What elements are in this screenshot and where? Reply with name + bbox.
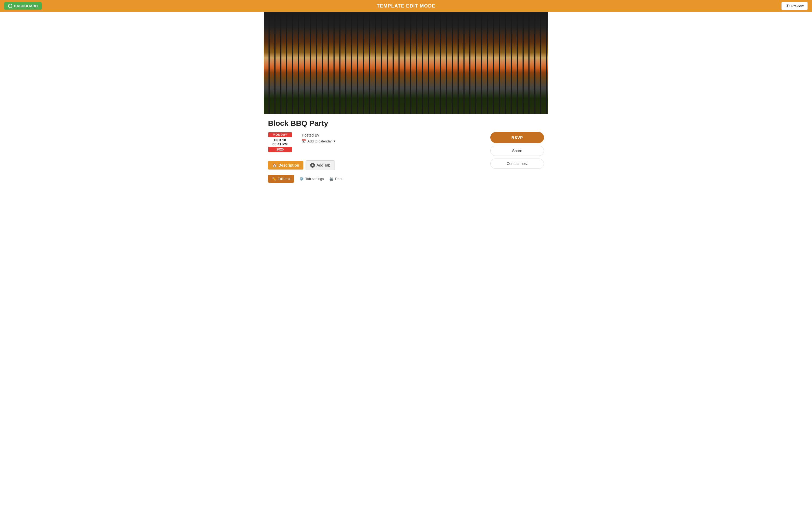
add-to-calendar-label: Add to calendar [307, 139, 332, 143]
rsvp-label: RSVP [512, 135, 523, 140]
event-day: MONDAY [268, 132, 292, 137]
tab-settings-label: Tab settings [305, 177, 324, 181]
pencil-icon: ✏️ [272, 177, 276, 181]
description-tab[interactable]: 🏠 Description [268, 161, 303, 170]
event-year: 2025 [268, 147, 292, 152]
calendar-icon: 📅 [302, 139, 306, 143]
add-to-calendar[interactable]: 📅 Add to calendar ▼ [302, 139, 336, 143]
event-title: Block BBQ Party [268, 119, 544, 128]
grill-graphic [264, 12, 548, 114]
contact-host-label: Contact host [507, 162, 528, 166]
dashboard-icon [8, 4, 12, 8]
dashboard-button[interactable]: DASHBOARD [4, 2, 42, 10]
rsvp-button[interactable]: RSVP [490, 132, 544, 143]
dropdown-chevron-icon: ▼ [333, 139, 336, 143]
plus-circle-icon: + [310, 163, 315, 168]
event-date: FEB 10 [274, 137, 286, 142]
event-right-panel: RSVP Share Contact host [490, 132, 544, 169]
edit-text-label: Edit text [277, 177, 290, 181]
preview-button[interactable]: Preview [781, 2, 808, 10]
date-badge: MONDAY FEB 10 05:41 PM 2025 [268, 132, 292, 152]
printer-icon: 🖨️ [329, 177, 334, 181]
eye-icon [785, 4, 790, 8]
print-link[interactable]: 🖨️ Print [329, 177, 342, 181]
preview-label: Preview [791, 4, 804, 8]
hosted-by-label: Hosted By [302, 133, 336, 137]
print-label: Print [335, 177, 342, 181]
share-button[interactable]: Share [490, 146, 544, 156]
add-tab-label: Add Tab [317, 163, 330, 167]
topbar-title: TEMPLATE EDIT MODE [377, 3, 436, 9]
svg-point-1 [787, 5, 788, 6]
gear-icon: ⚙️ [299, 177, 304, 181]
contact-host-button[interactable]: Contact host [490, 159, 544, 169]
home-icon: 🏠 [272, 163, 277, 167]
page-wrapper: DASHBOARD TEMPLATE EDIT MODE Preview Blo… [0, 0, 812, 507]
event-body: MONDAY FEB 10 05:41 PM 2025 Hosted By 📅 … [268, 132, 544, 183]
main-content: Block BBQ Party MONDAY FEB 10 05:41 PM 2… [264, 114, 548, 188]
hosted-section: Hosted By 📅 Add to calendar ▼ [302, 133, 336, 143]
tabs-row: 🏠 Description + Add Tab [268, 160, 490, 170]
hero-image [264, 12, 548, 114]
dashboard-label: DASHBOARD [14, 4, 38, 8]
add-tab-button[interactable]: + Add Tab [306, 160, 335, 170]
tab-settings-link[interactable]: ⚙️ Tab settings [299, 177, 324, 181]
svg-point-0 [786, 5, 789, 7]
share-label: Share [512, 149, 522, 153]
event-time: 05:41 PM [272, 142, 288, 147]
event-left-panel: MONDAY FEB 10 05:41 PM 2025 Hosted By 📅 … [268, 132, 490, 183]
top-bar: DASHBOARD TEMPLATE EDIT MODE Preview [0, 0, 812, 12]
edit-text-button[interactable]: ✏️ Edit text [268, 175, 294, 183]
description-tab-label: Description [278, 163, 299, 167]
edit-bar: ✏️ Edit text ⚙️ Tab settings 🖨️ Print [268, 173, 490, 183]
